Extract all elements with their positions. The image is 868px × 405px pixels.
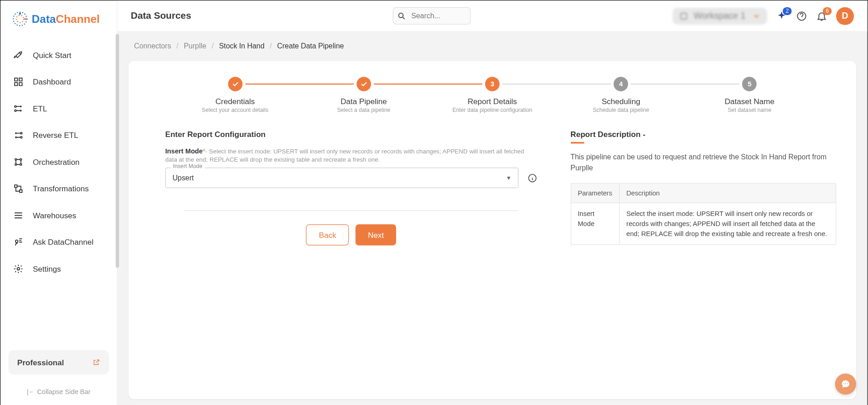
section-title: Enter Report Configuration xyxy=(165,130,537,139)
divider xyxy=(184,210,518,211)
parameters-table: Parameters Description Insert Mode Selec… xyxy=(570,183,836,245)
back-button[interactable]: Back xyxy=(306,224,349,245)
topbar: Data Sources Workspace 1 2 xyxy=(117,0,867,32)
logo-text: DataChannel xyxy=(31,12,99,25)
step-data-pipeline[interactable]: Data Pipeline Select a data pipeline xyxy=(299,77,428,113)
sidebar-item-ask-datachannel[interactable]: Ask DataChannel xyxy=(6,229,111,256)
svg-point-9 xyxy=(15,110,16,111)
svg-point-15 xyxy=(20,163,22,165)
step-report-details[interactable]: 3 Report Details Enter data pipeline con… xyxy=(428,77,557,113)
svg-point-18 xyxy=(16,240,18,242)
sidebar-item-label: Transformations xyxy=(33,184,89,193)
svg-rect-17 xyxy=(20,190,22,192)
warehouses-icon xyxy=(13,210,24,221)
step-dataset-name[interactable]: 5 Dataset Name Set dataset name xyxy=(685,77,814,113)
sidebar-item-label: Orchestration xyxy=(33,158,79,167)
sidebar-item-etl[interactable]: ETL xyxy=(6,95,111,122)
dashboard-icon xyxy=(13,76,24,87)
form-column: Enter Report Configuration Insert Mode*-… xyxy=(148,130,537,246)
step-label: Scheduling xyxy=(557,97,685,106)
workspace-icon xyxy=(679,11,688,21)
plan-card[interactable]: Professional xyxy=(8,350,109,375)
search-box xyxy=(393,7,471,25)
svg-point-3 xyxy=(24,18,26,20)
collapse-icon: |← xyxy=(27,388,37,396)
svg-rect-7 xyxy=(19,83,22,85)
sidebar-item-label: Warehouses xyxy=(33,211,76,220)
chevron-down-icon xyxy=(753,12,760,20)
svg-point-8 xyxy=(15,105,16,107)
stepper: Credentials Select your account details … xyxy=(148,77,836,113)
step-label: Report Details xyxy=(428,97,557,106)
sparkle-badge-count: 2 xyxy=(783,7,792,15)
sidebar-item-label: Ask DataChannel xyxy=(33,238,94,247)
gear-icon xyxy=(13,263,24,274)
sidebar-item-dashboard[interactable]: Dashboard xyxy=(6,68,111,95)
chat-fab[interactable] xyxy=(835,373,856,394)
transformations-icon xyxy=(13,183,24,194)
svg-point-25 xyxy=(845,383,846,384)
notifications-button[interactable]: 6 xyxy=(816,11,827,21)
step-circle: 5 xyxy=(743,77,757,91)
plan-label: Professional xyxy=(17,358,64,367)
sidebar-item-label: Dashboard xyxy=(33,77,71,86)
workspace-selector[interactable]: Workspace 1 xyxy=(673,7,767,24)
breadcrumb-link[interactable]: Connectors xyxy=(134,42,171,50)
svg-point-24 xyxy=(843,383,844,384)
collapse-sidebar[interactable]: |← Collapse Side Bar xyxy=(0,382,117,405)
svg-point-12 xyxy=(15,158,17,160)
step-credentials[interactable]: Credentials Select your account details xyxy=(171,77,299,113)
sidebar-item-transformations[interactable]: Transformations xyxy=(6,175,111,202)
bell-badge-count: 6 xyxy=(823,7,831,15)
table-header: Description xyxy=(619,184,836,203)
breadcrumb-link[interactable]: Stock In Hand xyxy=(219,42,265,50)
help-icon[interactable] xyxy=(796,11,807,21)
sidebar-item-label: Reverse ETL xyxy=(33,131,78,140)
step-sublabel: Select your account details xyxy=(171,107,299,113)
svg-rect-16 xyxy=(15,185,17,187)
svg-rect-21 xyxy=(681,13,687,19)
sidebar-item-warehouses[interactable]: Warehouses xyxy=(6,202,111,229)
ai-sparkle-button[interactable]: 2 xyxy=(776,11,787,21)
reverse-etl-icon xyxy=(13,130,24,141)
desc-title: Report Description - xyxy=(570,130,836,139)
avatar[interactable]: D xyxy=(836,7,854,25)
rocket-icon xyxy=(13,49,24,60)
table-header: Parameters xyxy=(571,184,620,203)
table-cell: Select the insert mode: UPSERT will inse… xyxy=(619,203,836,244)
insert-mode-select[interactable]: Upsert xyxy=(165,168,518,188)
sidebar-item-label: Settings xyxy=(33,264,61,274)
step-label: Data Pipeline xyxy=(299,97,428,106)
info-icon[interactable] xyxy=(527,173,537,183)
logo[interactable]: DataChannel xyxy=(0,0,117,37)
page-title: Data Sources xyxy=(131,11,191,21)
svg-point-20 xyxy=(399,13,403,17)
step-sublabel: Schedule data pipeline xyxy=(557,107,685,113)
svg-rect-4 xyxy=(15,78,17,81)
field-label: Insert Mode*- Select the insert mode: UP… xyxy=(165,147,537,163)
main-area: Data Sources Workspace 1 2 xyxy=(117,0,867,405)
floating-label: Insert Mode xyxy=(171,163,204,169)
sidebar-item-orchestration[interactable]: Orchestration xyxy=(6,148,111,175)
breadcrumb-link[interactable]: Purplle xyxy=(184,42,206,50)
svg-rect-5 xyxy=(19,78,22,81)
svg-point-13 xyxy=(20,158,22,160)
insert-mode-select-wrap: Insert Mode Upsert ▼ xyxy=(165,168,518,188)
svg-point-2 xyxy=(19,13,21,15)
svg-point-11 xyxy=(21,137,22,138)
sidebar-item-reverse-etl[interactable]: Reverse ETL xyxy=(6,122,111,149)
step-scheduling[interactable]: 4 Scheduling Schedule data pipeline xyxy=(557,77,685,113)
svg-point-14 xyxy=(15,163,17,165)
sidebar-item-quick-start[interactable]: Quick Start xyxy=(6,42,111,68)
table-cell: Insert Mode xyxy=(571,203,620,244)
step-sublabel: Set dataset name xyxy=(685,107,814,113)
nav-list: Quick Start Dashboard ETL Reverse ETL Or… xyxy=(0,37,117,342)
sidebar-item-settings[interactable]: Settings xyxy=(6,256,111,283)
next-button[interactable]: Next xyxy=(356,224,396,245)
workspace-label: Workspace 1 xyxy=(694,11,745,21)
step-sublabel: Select a data pipeline xyxy=(299,107,428,113)
external-link-icon xyxy=(92,358,100,366)
breadcrumb: Connectors / Purplle / Stock In Hand / C… xyxy=(117,32,867,54)
step-label: Credentials xyxy=(171,97,299,106)
step-circle xyxy=(356,77,371,91)
